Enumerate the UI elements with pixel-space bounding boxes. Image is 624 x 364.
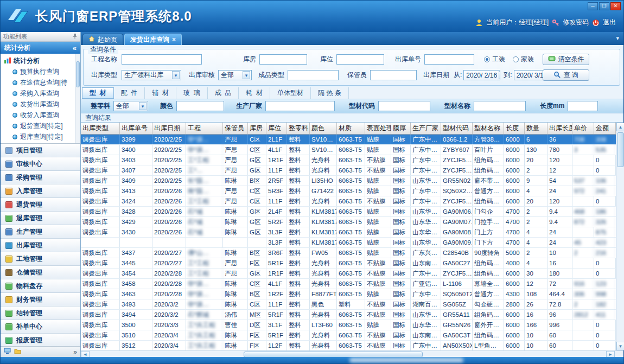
profile-code-input[interactable] [378,101,430,111]
maximize-button[interactable]: ❐ [599,2,609,10]
sidebar-item[interactable]: 物料盘存 [1,279,80,293]
table-row[interactable]: 调拨出库34632020/2/28华*源…陈琳B区1R2F整料F8877FT60… [81,289,616,299]
column-header[interactable]: 金额 [594,123,616,134]
audit-select[interactable]: 全部 ▾ [218,70,252,80]
material-tab[interactable]: 配 件 [114,87,145,99]
product-type-input[interactable] [288,70,339,80]
factory-input[interactable] [265,101,335,111]
table-row[interactable]: 调拨出库34372020/2/27佛*山…陈琳B区3R6F整料FW056063-… [81,248,616,258]
length-input[interactable] [568,101,598,111]
material-tab[interactable]: 单体型材 [270,87,311,99]
column-header[interactable]: 出库类型 [81,123,120,134]
column-header[interactable]: 出库长度 [547,123,572,134]
computer-icon[interactable] [4,348,11,356]
color-input[interactable] [176,101,224,111]
column-header[interactable]: 出库单号 [120,123,152,134]
sidebar-group-header[interactable]: 统计分析 « [1,42,80,54]
logout-link[interactable]: 退出 [603,18,616,27]
folder-icon[interactable] [14,348,21,356]
project-name-input[interactable] [122,54,202,65]
column-header[interactable]: 数量 [525,123,547,134]
material-tab[interactable]: 型 材 [82,87,114,99]
tree-item[interactable]: 退货查询[待定] [4,120,74,131]
keeper-input[interactable] [370,70,417,80]
order-no-input[interactable] [424,54,474,65]
table-row[interactable]: 调拨出库34292020/2/26石*城陈琳G区5R2F整料KLM3817606… [81,217,616,227]
sidebar-item[interactable]: 入库管理 [1,184,80,198]
sidebar-item[interactable]: 财务管理 [1,293,80,306]
whole-piece-select[interactable]: 全部 ▾ [113,101,148,111]
column-header[interactable]: 颜色 [310,123,337,134]
column-header[interactable]: 生产厂家 [411,123,441,134]
table-row[interactable]: 调拨出库34942020/3/2石*辉城汤伟M区5R1F整料光身料6063-T5… [81,310,616,320]
table-row[interactable]: 调拨出库33992020/2/25华*源…严思C区2L1F整料SV10…6063… [81,135,616,145]
table-row[interactable]: 调拨出库34542020/2/28工*工程严思G区1R1F整料光身料6063-T… [81,269,616,279]
material-tab[interactable]: 辅 材 [145,87,176,99]
sidebar-item[interactable]: 采购管理 [1,171,80,184]
tab-close-icon[interactable]: × [172,37,176,42]
vertical-scrollbar-thumb[interactable] [617,132,624,167]
table-row[interactable]: 调拨出库34452020/2/27工*工程严思F区5R1F整料光身料6063-T… [81,258,616,269]
table-row[interactable]: 调拨出库34242020/2/26工*工程严思C区1L1F整料光身料6063-T… [81,196,616,207]
scroll-up-icon[interactable]: ▲ [616,123,624,131]
vertical-scrollbar[interactable]: ▲ ▼ [616,123,624,350]
table-row[interactable]: 调拨出库34002020/2/25华*源…严思C区4L1F整料SV10…6063… [81,145,616,155]
location-input[interactable] [336,54,384,65]
table-row[interactable]: 调拨出库35102020/3/4工*共工程陈琳F区5R1F整料光身料6063-T… [81,330,616,341]
tree-scrollbar-thumb[interactable] [76,61,80,87]
outbound-type-select[interactable]: 生产领料出库 ▾ [122,70,181,80]
chevron-double-right-icon[interactable]: » [73,348,77,356]
close-button[interactable]: ✕ [610,2,621,10]
column-header[interactable]: 材质 [337,123,365,134]
table-row[interactable]: 调拨出库34582020/2/28华*源…陈琳C区4L1F整料光身料6063-T… [81,279,616,289]
table-row[interactable]: 调拨出库34072020/2/25工*…严思G区1L1F整料光身料6063-T5… [81,165,616,176]
tree-scrollbar[interactable] [75,54,80,143]
table-row[interactable]: 调拨出库34282020/2/26石*城陈琳G区2L4F整料KLM3817606… [81,207,616,217]
tree-item[interactable]: 发货出库查询 [4,99,74,110]
material-tab[interactable]: 隔 热 条 [311,87,349,99]
table-row[interactable]: 3L3F整料KLM38176063-T5贴膜国标山东华…GA90M09…门下方4… [81,238,616,248]
table-row[interactable]: 调拨出库34302020/2/26石*城陈琳G区3L3F整料KLM3817606… [81,227,616,238]
scroll-down-icon[interactable]: ▼ [616,342,624,350]
sidebar-item[interactable]: 补单中心 [1,320,80,334]
column-header[interactable]: 型材代码 [441,123,473,134]
table-row[interactable]: 调拨出库34092020/2/25长*园…陈琳B区2R5F整料LI35HO606… [81,176,616,186]
tree-item[interactable]: 收货入库查询 [4,110,74,120]
column-header[interactable]: 单价 [572,123,594,134]
column-header[interactable]: 库房 [248,123,266,134]
tree-item[interactable]: 在途信息查询[待 [4,77,74,88]
search-button[interactable]: 查 询 [543,69,589,81]
radio-gongzhuang[interactable]: 工装 [484,55,505,64]
profile-name-input[interactable] [474,101,526,111]
column-header[interactable]: 保管员 [223,123,248,134]
column-header[interactable]: 型材名称 [473,123,504,134]
change-password-link[interactable]: 修改密码 [563,18,589,27]
collapse-icon[interactable]: « [73,44,77,52]
column-header[interactable]: 工程 [186,123,223,134]
column-header[interactable]: 表面处理 [365,123,391,134]
sidebar-item[interactable]: 仓储管理 [1,266,80,279]
tree-root[interactable]: 统计分析 [4,55,74,66]
sidebar-item[interactable]: 项目管理 [1,144,80,157]
material-tab[interactable]: 成 品 [208,87,239,99]
material-tab[interactable]: 玻 璃 [176,87,208,99]
tree-item[interactable]: 采购入库查询 [4,88,74,99]
minimize-button[interactable]: ─ [588,2,598,10]
table-row[interactable]: 调拨出库34032020/2/25工*工程严思G区1R1F整料光身料6063-T… [81,155,616,165]
clear-button[interactable]: 清空条件 [543,54,589,65]
table-row[interactable]: 调拨出库34932020/3/2华*源…陈琳C区1L1F整料黑色塑料不贴膜国标湖… [81,299,616,310]
column-header[interactable]: 整零料 [287,123,310,134]
tree-item[interactable]: 预算执行查询 [4,66,74,77]
material-tab[interactable]: 耗 材 [239,87,270,99]
sidebar-item[interactable]: 退库管理 [1,212,80,225]
tree-item[interactable]: 退库查询[待定] [4,131,74,142]
sidebar-item[interactable]: 退货管理 [1,198,80,212]
table-row[interactable]: 调拨出库34132020/2/26南*园…严思C区5R3F整料G71422606… [81,186,616,196]
column-header[interactable]: 库位 [266,123,287,134]
sidebar-item[interactable]: 出库管理 [1,239,80,252]
radio-jiazhuang[interactable]: 家装 [513,55,534,64]
column-header[interactable]: 膜厚 [391,123,411,134]
tab-list-dropdown-icon[interactable]: ▾ [616,35,619,42]
sidebar-item[interactable]: 报废管理 [1,334,80,346]
sidebar-item[interactable]: 结转管理 [1,306,80,320]
